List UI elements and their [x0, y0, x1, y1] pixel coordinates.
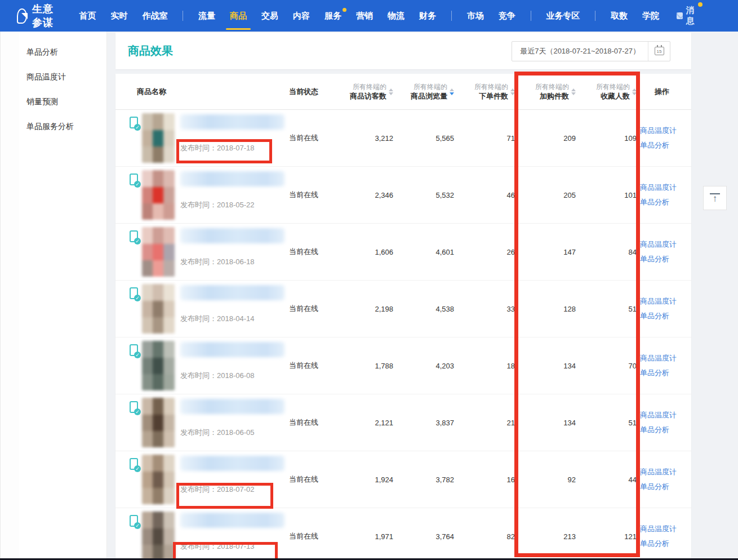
nav-item-war-room[interactable]: 作战室	[135, 0, 175, 32]
op-link-product-thermometer[interactable]: 商品温度计	[640, 123, 691, 138]
nav-message[interactable]: 消息	[677, 5, 697, 26]
publish-time-label: 发布时间：	[180, 257, 217, 266]
views-cell: 3,782	[393, 475, 454, 484]
op-link-product-thermometer[interactable]: 商品温度计	[640, 351, 691, 366]
product-thumbnail[interactable]	[142, 113, 175, 163]
nav-item-product[interactable]: 商品	[223, 0, 254, 32]
nav-item-traffic[interactable]: 流量	[191, 0, 223, 32]
nav-item-competition[interactable]: 竞争	[491, 0, 523, 32]
col-header-operations: 操作	[637, 87, 691, 97]
nav-item-fetch-data[interactable]: 取数	[603, 0, 635, 32]
mobile-verified-icon: ✓	[130, 230, 142, 280]
favorites-cell: 51	[576, 419, 637, 427]
product-thumbnail[interactable]	[142, 512, 175, 560]
nav-item-academy[interactable]: 学院	[635, 0, 666, 32]
product-title-blurred[interactable]	[180, 285, 284, 300]
op-link-single-product-analysis[interactable]: 单品分析	[640, 366, 691, 380]
nav-item-logistics[interactable]: 物流	[380, 0, 412, 32]
nav-item-realtime[interactable]: 实时	[103, 0, 135, 32]
col-header-orders[interactable]: 所有终端的 下单件数	[454, 82, 515, 101]
nav-item-service[interactable]: 服务	[317, 0, 349, 32]
product-name-cell[interactable]: ✓ 发布时间：2018-04-14	[130, 281, 289, 337]
product-name-cell[interactable]: ✓ 发布时间：2018-07-18	[130, 110, 289, 166]
product-thumbnail[interactable]	[142, 455, 175, 504]
op-link-product-thermometer[interactable]: 商品温度计	[640, 294, 691, 309]
op-link-single-product-analysis[interactable]: 单品分析	[640, 309, 691, 323]
publish-time-label: 发布时间：	[180, 144, 217, 152]
status-cell: 当前在线	[289, 190, 332, 200]
product-title-blurred[interactable]	[180, 228, 284, 243]
op-link-product-thermometer[interactable]: 商品温度计	[640, 237, 691, 252]
product-title-blurred[interactable]	[180, 114, 284, 130]
op-link-product-thermometer[interactable]: 商品温度计	[640, 465, 691, 479]
product-name-cell[interactable]: ✓ 发布时间：2018-06-08	[130, 337, 289, 394]
table-row: ✓ 发布时间：2018-04-14 当前在线 2,198 4,538 33 12…	[115, 281, 691, 337]
op-link-single-product-analysis[interactable]: 单品分析	[640, 423, 691, 437]
back-to-top-button[interactable]: ↑	[703, 186, 727, 210]
product-name-cell[interactable]: ✓ 发布时间：2018-06-18	[130, 224, 289, 280]
sidebar-item-sales-forecast[interactable]: 销量预测	[1, 89, 107, 114]
status-cell: 当前在线	[289, 133, 332, 143]
op-link-product-thermometer[interactable]: 商品温度计	[640, 180, 691, 195]
sidebar-item-single-product-analysis[interactable]: 单品分析	[1, 39, 107, 64]
nav-divider	[531, 11, 531, 21]
product-title-blurred[interactable]	[180, 399, 284, 414]
op-link-product-thermometer[interactable]: 商品温度计	[640, 408, 691, 423]
op-link-single-product-analysis[interactable]: 单品分析	[640, 252, 691, 266]
nav-item-business-zone[interactable]: 业务专区	[539, 0, 587, 32]
product-name-cell[interactable]: ✓ 发布时间：2018-07-02	[130, 451, 289, 508]
product-name-cell[interactable]: ✓ 发布时间：2018-05-22	[130, 167, 289, 223]
favorites-cell: 121	[576, 532, 637, 541]
orders-cell: 16	[454, 475, 515, 484]
sort-carets-icon[interactable]	[389, 88, 393, 95]
nav-item-market[interactable]: 市场	[460, 0, 491, 32]
nav-item-home[interactable]: 首页	[72, 0, 103, 32]
op-link-single-product-analysis[interactable]: 单品分析	[640, 536, 691, 551]
product-title-blurred[interactable]	[180, 456, 284, 471]
product-thumbnail[interactable]	[142, 341, 175, 390]
col-header-visitors[interactable]: 所有终端的 商品访客数	[332, 82, 393, 101]
cart-adds-cell: 147	[515, 248, 576, 256]
op-link-product-thermometer[interactable]: 商品温度计	[640, 522, 691, 536]
publish-date: 2018-06-18	[217, 257, 255, 266]
date-range-value[interactable]: 最近7天（2018-07-21~2018-07-27）	[512, 42, 648, 61]
product-thumbnail[interactable]	[142, 284, 175, 334]
sort-carets-icon[interactable]	[632, 88, 637, 95]
product-name-cell[interactable]: ✓ 发布时间：2018-07-13	[130, 508, 289, 560]
col-header-cart-adds[interactable]: 所有终端的 加购件数	[515, 82, 576, 101]
nav-item-finance[interactable]: 财务	[412, 0, 443, 32]
mobile-verified-icon: ✓	[130, 174, 142, 223]
views-cell: 3,837	[393, 419, 454, 427]
sort-carets-icon[interactable]	[571, 88, 576, 95]
orders-cell: 26	[454, 248, 515, 256]
publish-time-label: 发布时间：	[180, 371, 217, 380]
brand[interactable]: 生意参谋	[17, 2, 58, 29]
nav-item-marketing[interactable]: 营销	[349, 0, 380, 32]
visitors-cell: 1,788	[332, 362, 393, 370]
sidebar: 单品分析 商品温度计 销量预测 单品服务分析	[0, 32, 107, 560]
op-link-single-product-analysis[interactable]: 单品分析	[640, 479, 691, 494]
sidebar-item-single-product-service-analysis[interactable]: 单品服务分析	[1, 114, 107, 139]
col-header-favorites[interactable]: 所有终端的 收藏人数	[576, 82, 637, 101]
sort-carets-icon-active[interactable]	[450, 88, 454, 95]
op-link-single-product-analysis[interactable]: 单品分析	[640, 195, 691, 210]
nav-divider	[451, 11, 452, 21]
favorites-cell: 109	[576, 134, 637, 143]
publish-date: 2018-07-18	[217, 144, 255, 152]
op-link-single-product-analysis[interactable]: 单品分析	[640, 138, 691, 153]
sidebar-item-product-thermometer[interactable]: 商品温度计	[1, 64, 107, 89]
product-title-blurred[interactable]	[180, 513, 284, 528]
product-title-blurred[interactable]	[180, 342, 284, 357]
cart-adds-cell: 205	[515, 191, 576, 199]
product-thumbnail[interactable]	[142, 398, 175, 447]
product-name-cell[interactable]: ✓ 发布时间：2018-06-05	[130, 394, 289, 451]
table-row: ✓ 发布时间：2018-07-18 当前在线 3,212 5,565 71 20…	[115, 110, 691, 167]
product-title-blurred[interactable]	[180, 171, 284, 186]
sort-carets-icon[interactable]	[510, 88, 515, 95]
calendar-button[interactable]: 15	[648, 42, 670, 61]
col-header-views[interactable]: 所有终端的 商品浏览量	[393, 82, 454, 101]
product-thumbnail[interactable]	[142, 170, 175, 220]
nav-item-content[interactable]: 内容	[286, 0, 317, 32]
nav-item-trade[interactable]: 交易	[254, 0, 286, 32]
product-thumbnail[interactable]	[142, 227, 175, 277]
